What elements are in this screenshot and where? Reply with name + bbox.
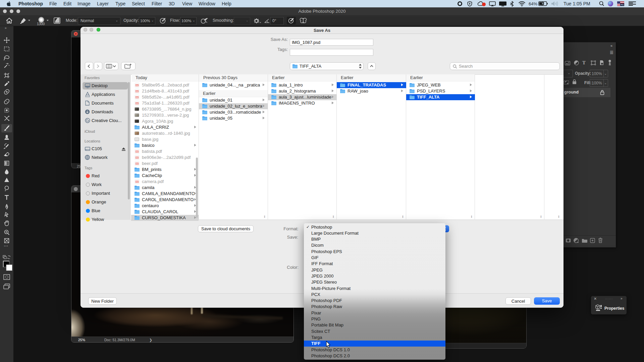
svg-text:PDF: PDF (136, 151, 139, 153)
svg-text:PDF: PDF (136, 90, 139, 92)
svg-text:PDF: PDF (136, 181, 139, 183)
svg-text:PDF: PDF (136, 103, 139, 104)
svg-text:PDF: PDF (136, 163, 139, 165)
svg-text:PDF: PDF (136, 84, 139, 86)
svg-text:PDF: PDF (136, 157, 139, 159)
svg-text:PDF: PDF (136, 97, 139, 98)
